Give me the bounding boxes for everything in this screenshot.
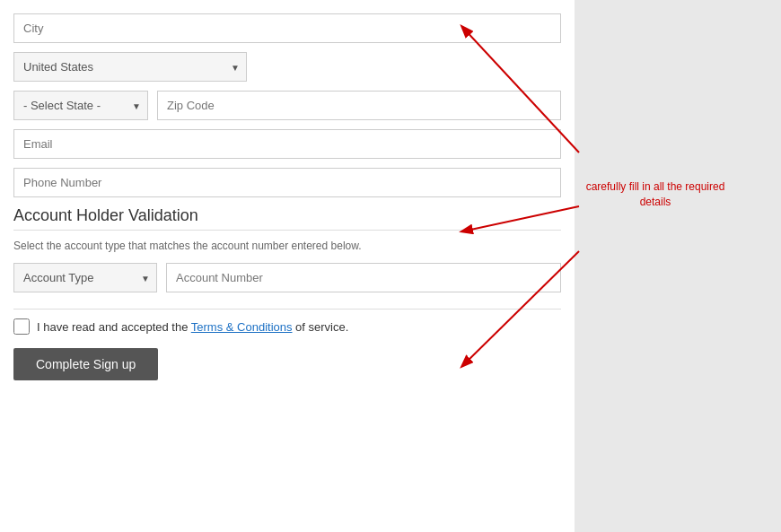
phone-field-row	[13, 168, 561, 197]
account-type-select[interactable]: Account Type Checking Savings	[13, 263, 157, 292]
right-panel: carefully fill in all the required detai…	[575, 0, 781, 532]
phone-input[interactable]	[13, 168, 561, 197]
account-validation-desc: Select the account type that matches the…	[13, 240, 561, 252]
terms-text: I have read and accepted the Terms & Con…	[37, 320, 348, 334]
country-select-wrapper: United States Canada United Kingdom ▼	[13, 52, 247, 82]
state-select[interactable]: - Select State - Alabama Alaska Arizona …	[13, 91, 148, 120]
annotation-text: carefully fill in all the required detai…	[584, 179, 727, 210]
account-number-field-container	[166, 263, 561, 292]
email-field-row	[13, 129, 561, 159]
zipcode-input[interactable]	[157, 91, 561, 120]
section-divider	[13, 230, 561, 231]
zipcode-field-container	[157, 91, 561, 120]
account-row: Account Type Checking Savings ▼	[13, 263, 561, 292]
state-select-wrapper: - Select State - Alabama Alaska Arizona …	[13, 91, 148, 120]
country-select[interactable]: United States Canada United Kingdom	[13, 52, 247, 82]
terms-link[interactable]: Terms & Conditions	[191, 320, 293, 334]
state-zip-row: - Select State - Alabama Alaska Arizona …	[13, 91, 561, 120]
terms-text-before: I have read and accepted the	[37, 320, 191, 334]
terms-checkbox[interactable]	[13, 318, 30, 335]
terms-row: I have read and accepted the Terms & Con…	[13, 309, 561, 335]
city-field-row	[13, 13, 561, 43]
complete-signup-button[interactable]: Complete Sign up	[13, 348, 158, 380]
terms-text-after: of service.	[293, 320, 349, 334]
city-input[interactable]	[13, 13, 561, 43]
account-type-select-wrapper: Account Type Checking Savings ▼	[13, 263, 157, 292]
country-field-row: United States Canada United Kingdom ▼	[13, 52, 561, 82]
account-number-input[interactable]	[166, 263, 561, 292]
account-validation-title: Account Holder Validation	[13, 206, 561, 225]
email-input[interactable]	[13, 129, 561, 159]
